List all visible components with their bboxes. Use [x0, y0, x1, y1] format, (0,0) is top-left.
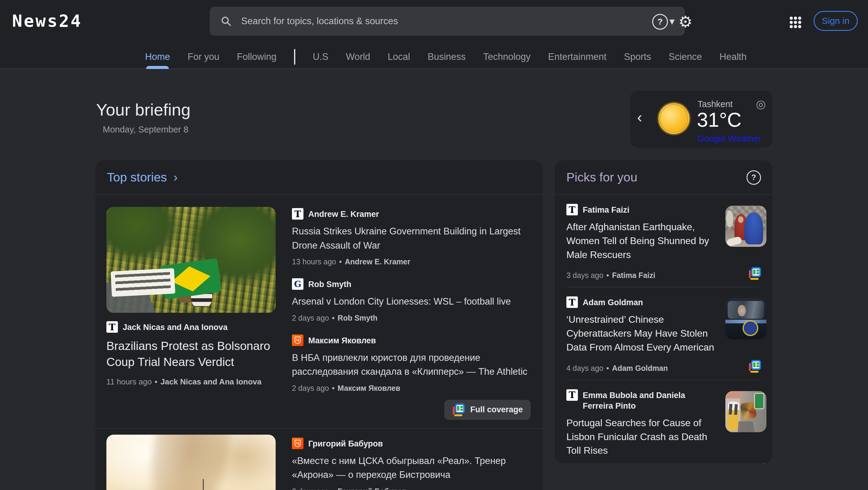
- article-author: Максим Яковлев: [338, 384, 400, 392]
- lead-meta: 11 hours ago•Jack Nicas and Ana Ionova: [106, 377, 276, 386]
- app-logo[interactable]: News24: [12, 11, 82, 31]
- help-icon[interactable]: [650, 12, 670, 31]
- article-headline[interactable]: В НБА привлекли юристов для проведение р…: [292, 351, 531, 379]
- presidential-seal-shape: [743, 320, 758, 336]
- second-story-image[interactable]: [106, 435, 276, 490]
- smoke-plume-2: [196, 435, 276, 490]
- lead-story-image[interactable]: [106, 207, 276, 313]
- source-row: Ч Григорий Бабуров: [292, 438, 531, 449]
- protest-banner: [111, 268, 175, 297]
- tab-technology-label: Technology: [483, 51, 531, 62]
- search-dropdown-arrow-icon[interactable]: [670, 15, 675, 27]
- article-headline[interactable]: ‘Unrestrained’ Chinese Cyberattackers Ma…: [566, 313, 717, 354]
- list-item: T Fatima Faizi After Afghanistan Earthqu…: [555, 195, 773, 287]
- tab-sports[interactable]: Sports: [624, 46, 651, 68]
- pick-image[interactable]: [725, 391, 767, 432]
- list-item: T Andrew E. Kramer Russia Strikes Ukrain…: [292, 208, 531, 266]
- tab-world[interactable]: World: [346, 46, 370, 68]
- primary-nav: Home For you Following U.S World Local B…: [145, 46, 746, 68]
- pick-main: T Adam Goldman ‘Unrestrained’ Chinese Cy…: [566, 296, 767, 354]
- tab-technology[interactable]: Technology: [483, 46, 531, 68]
- list-item: G Rob Smyth Arsenal v London City Liones…: [292, 278, 531, 322]
- guardian-publisher-icon: G: [292, 278, 304, 290]
- list-item: T Emma Bubola and Daniela Ferreira Pinto…: [555, 380, 773, 463]
- source-name: Rob Smyth: [308, 278, 351, 290]
- full-coverage-button[interactable]: Full coverage: [444, 400, 531, 420]
- top-stories-card: Top stories › T Jack Nicas and Ana Ionov…: [95, 160, 543, 490]
- article-time: 2 days ago: [292, 384, 329, 392]
- pick-image[interactable]: [725, 206, 767, 247]
- apps-grid-icon[interactable]: [786, 13, 805, 32]
- top-stories-title-link[interactable]: Top stories ›: [107, 170, 178, 184]
- search-icon: [220, 15, 232, 27]
- tab-sports-label: Sports: [624, 51, 651, 62]
- meta-bullet: •: [332, 487, 335, 490]
- source-name: Григорий Бабуров: [308, 438, 383, 449]
- article-headline[interactable]: Portugal Searches for Cause of Lisbon Fu…: [566, 416, 717, 458]
- sign-in-button[interactable]: Sign in: [814, 11, 858, 31]
- tab-business[interactable]: Business: [428, 46, 466, 68]
- funicular-tram-shape: [726, 401, 739, 431]
- tab-local[interactable]: Local: [388, 46, 410, 68]
- lead-story: T Jack Nicas and Ana Ionova Brazilians P…: [106, 195, 276, 420]
- tab-following[interactable]: Following: [237, 46, 277, 68]
- search-input[interactable]: [241, 16, 670, 27]
- full-coverage-icon[interactable]: [758, 463, 771, 463]
- article-meta: 2 days ago•Rob Smyth: [292, 314, 531, 322]
- top-stories-header: Top stories ›: [95, 160, 543, 195]
- pick-main: T Emma Bubola and Daniela Ferreira Pinto…: [566, 389, 767, 458]
- article-time: 3 days ago: [566, 271, 603, 280]
- google-weather-link[interactable]: Google Weather: [698, 134, 761, 144]
- lead-source-row: T Jack Nicas and Ana Ionova: [106, 321, 276, 333]
- nyt-publisher-icon: T: [106, 321, 118, 333]
- tab-for-you-label: For you: [188, 51, 219, 62]
- article-time: 13 hours ago: [292, 257, 336, 266]
- full-coverage-label: Full coverage: [470, 405, 523, 414]
- tab-home[interactable]: Home: [145, 46, 170, 68]
- article-headline[interactable]: Arsenal v London City Lionesses: WSL – f…: [292, 295, 531, 309]
- tab-health[interactable]: Health: [720, 46, 747, 68]
- location-target-icon[interactable]: [756, 97, 766, 111]
- article-headline[interactable]: After Afghanistan Earthquake, Women Tell…: [566, 220, 717, 262]
- tab-home-label: Home: [145, 51, 170, 62]
- page-title: Your briefing: [96, 100, 190, 119]
- tab-following-label: Following: [237, 51, 277, 62]
- championat-publisher-icon: Ч: [292, 335, 304, 346]
- tab-science[interactable]: Science: [669, 46, 702, 68]
- pick-image[interactable]: [725, 298, 767, 339]
- list-item: Ч Максим Яковлев В НБА привлекли юристов…: [292, 335, 531, 393]
- article-meta: 13 hours ago•Andrew E. Kramer: [292, 257, 531, 266]
- list-item: Ч Григорий Бабуров «Вместе с ним ЦСКА об…: [292, 438, 531, 490]
- picks-for-you-card: Picks for you T Fatima Faizi After Afgha…: [555, 160, 773, 463]
- tab-entertainment[interactable]: Entertainment: [548, 46, 607, 68]
- top-stories-list: T Andrew E. Kramer Russia Strikes Ukrain…: [292, 195, 531, 420]
- lead-headline[interactable]: Brazilians Protest as Bolsonaro Coup Tri…: [106, 338, 276, 370]
- list-item: T Adam Goldman ‘Unrestrained’ Chinese Cy…: [555, 287, 773, 380]
- article-meta: 2 days ago•Максим Яковлев: [292, 384, 531, 393]
- blue-burqa-figure: [744, 212, 764, 244]
- full-coverage-icon[interactable]: [748, 267, 761, 280]
- settings-gear-icon[interactable]: [676, 12, 695, 31]
- meta-bullet: •: [606, 364, 609, 372]
- nyt-publisher-icon: T: [292, 208, 304, 220]
- nyt-publisher-icon: T: [566, 296, 578, 308]
- second-cluster-list: Ч Григорий Бабуров «Вместе с ним ЦСКА об…: [292, 429, 531, 490]
- picks-help-icon[interactable]: [746, 170, 761, 185]
- tab-local-label: Local: [388, 51, 410, 62]
- tab-for-you[interactable]: For you: [188, 46, 219, 68]
- tab-us[interactable]: U.S: [313, 46, 329, 68]
- face-shape: [738, 305, 746, 316]
- article-headline[interactable]: «Вместе с ним ЦСКА обыгрывал «Реал». Тре…: [292, 454, 531, 482]
- tab-science-label: Science: [669, 51, 702, 62]
- article-time: 2 days ago: [292, 487, 329, 490]
- full-coverage-icon[interactable]: [748, 360, 761, 373]
- article-time: 2 days ago: [292, 314, 329, 322]
- meta-bullet: •: [339, 257, 342, 266]
- tab-us-label: U.S: [313, 51, 329, 62]
- article-meta: 4 days ago•Adam Goldman: [566, 364, 668, 373]
- search-bar[interactable]: [210, 7, 685, 36]
- weather-card[interactable]: ‹ Tashkent 31°C Google Weather: [630, 91, 773, 148]
- figure-left: [726, 210, 733, 227]
- article-headline[interactable]: Russia Strikes Ukraine Government Buildi…: [292, 225, 531, 253]
- weather-prev-chevron-icon[interactable]: ‹: [637, 110, 642, 125]
